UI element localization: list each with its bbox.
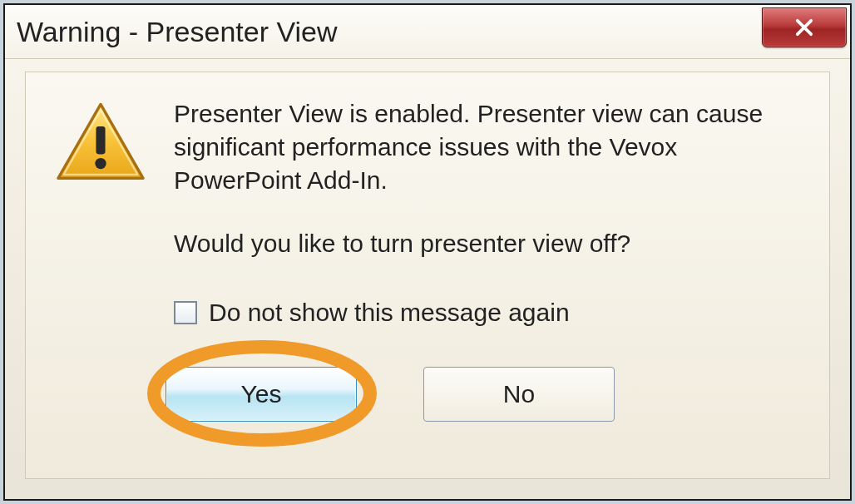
- yes-button-label: Yes: [241, 380, 282, 408]
- yes-button[interactable]: Yes: [166, 367, 357, 422]
- message-row: Presenter View is enabled. Presenter vie…: [54, 97, 801, 422]
- warning-dialog: Warning - Presenter View: [3, 3, 852, 501]
- message-column: Presenter View is enabled. Presenter vie…: [174, 97, 801, 422]
- close-icon: [793, 16, 816, 39]
- do-not-show-checkbox[interactable]: [174, 301, 197, 324]
- checkbox-row: Do not show this message again: [174, 299, 801, 327]
- button-row: Yes No: [166, 367, 801, 422]
- no-button-label: No: [503, 380, 535, 408]
- dialog-content: Presenter View is enabled. Presenter vie…: [25, 72, 830, 479]
- message-line-2: Would you like to turn presenter view of…: [174, 230, 630, 257]
- no-button[interactable]: No: [423, 367, 615, 422]
- svg-rect-2: [96, 126, 105, 154]
- close-button[interactable]: [762, 7, 847, 47]
- message-text: Presenter View is enabled. Presenter vie…: [174, 97, 801, 260]
- titlebar: Warning - Presenter View: [5, 5, 850, 59]
- warning-icon: [54, 101, 147, 184]
- message-line-1: Presenter View is enabled. Presenter vie…: [174, 100, 763, 194]
- dialog-title: Warning - Presenter View: [17, 16, 338, 48]
- svg-point-3: [95, 158, 106, 169]
- checkbox-label: Do not show this message again: [209, 299, 570, 327]
